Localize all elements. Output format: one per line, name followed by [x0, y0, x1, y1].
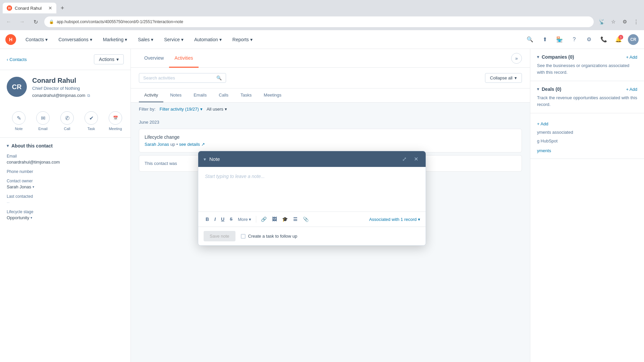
nav-sales[interactable]: Sales ▾ — [134, 34, 157, 45]
payments-add-link[interactable]: + Add — [537, 121, 548, 126]
search-icon-btn[interactable]: 🔍 — [525, 34, 535, 45]
note-modal: ▾ Note ⤢ ✕ B I U S More ▾ 🔗 🖼 🎓 ☰ 📎 Asso… — [198, 151, 426, 246]
tab-notes[interactable]: Notes — [165, 88, 187, 102]
attachment-btn[interactable]: 📎 — [301, 215, 311, 223]
note-icon: ✎ — [12, 111, 25, 125]
nav-automation[interactable]: Automation ▾ — [190, 34, 226, 45]
search-input[interactable] — [143, 75, 214, 80]
toolbar-separator — [256, 216, 256, 223]
hubspot-logo[interactable]: H — [5, 34, 16, 45]
payments-btn[interactable]: yments — [537, 148, 551, 153]
lifecycle-field-row: Lifecycle stage Opportunity ▾ — [7, 209, 124, 220]
phone-icon-btn[interactable]: 📞 — [598, 34, 609, 45]
marketplace-icon-btn[interactable]: 🏪 — [554, 34, 565, 45]
meeting-action[interactable]: 📅 Meeting — [103, 109, 127, 133]
task-action[interactable]: ✔ Task — [79, 109, 103, 133]
table-btn[interactable]: ☰ — [291, 215, 300, 223]
bookmark-icon[interactable]: ☆ — [609, 18, 617, 26]
task-checkbox-input[interactable] — [241, 234, 246, 239]
notifications-icon-btn[interactable]: 🔔 1 — [613, 34, 624, 45]
note-expand-btn[interactable]: ⤢ — [400, 155, 409, 163]
companies-desc: See the businesses or organizations asso… — [537, 62, 637, 75]
add-deal-link[interactable]: + Add — [626, 87, 637, 92]
tab-meetings[interactable]: Meetings — [258, 88, 287, 102]
user-avatar[interactable]: CR — [628, 34, 639, 45]
hubspot-extension-icon[interactable]: ⚙ — [621, 18, 629, 26]
url-bar[interactable]: 🔒 app.hubspot.com/contacts/40055750/reco… — [44, 16, 594, 27]
about-section: ▾ About this contact Email conardrahul@t… — [0, 138, 130, 230]
email-action[interactable]: ✉ Email — [31, 109, 55, 133]
note-close-btn[interactable]: ✕ — [412, 155, 420, 163]
note-action[interactable]: ✎ Note — [7, 109, 31, 133]
browser-tab[interactable]: H Conard Rahul ✕ — [3, 3, 56, 13]
tab-activity[interactable]: Activity — [139, 88, 163, 102]
link-btn[interactable]: 🔗 — [259, 215, 269, 223]
contact-info: CR Conard Rahul Chief Director of Nothin… — [0, 70, 130, 105]
italic-btn[interactable]: I — [212, 215, 218, 223]
activity-filter-btn[interactable]: Filter activity (19/27) ▾ — [160, 107, 203, 112]
tab-overview[interactable]: Overview — [139, 49, 169, 68]
note-toolbar: B I U S More ▾ 🔗 🖼 🎓 ☰ 📎 Associated with… — [198, 212, 426, 227]
upgrade-icon-btn[interactable]: ⬆ — [539, 34, 550, 45]
filter-bar: Filter by: Filter activity (19/27) ▾ All… — [131, 103, 530, 116]
snippet-btn[interactable]: 🎓 — [280, 215, 290, 223]
tab-close-btn[interactable]: ✕ — [48, 5, 52, 11]
more-action[interactable]: ••• More — [127, 109, 131, 133]
expand-panel-btn[interactable]: » — [511, 53, 522, 64]
search-box[interactable]: 🔍 — [139, 73, 226, 83]
strikethrough-btn[interactable]: S — [228, 216, 234, 223]
create-task-checkbox[interactable]: Create a task to follow up — [241, 234, 298, 239]
save-note-btn[interactable]: Save note — [204, 231, 235, 241]
bold-btn[interactable]: B — [204, 215, 211, 223]
activity-tabs: Activity Notes Emails Calls Tasks Meetin… — [131, 88, 530, 103]
lifecycle-label: Lifecycle stage — [7, 209, 124, 214]
forward-btn[interactable]: → — [17, 17, 27, 26]
actions-button[interactable]: Actions ▾ — [94, 54, 124, 64]
settings-nav-icon-btn[interactable]: ⚙ — [584, 34, 594, 45]
activities-controls: 🔍 Collapse all ▾ — [131, 68, 530, 88]
tab-tasks[interactable]: Tasks — [235, 88, 257, 102]
back-btn[interactable]: ← — [4, 17, 13, 26]
call-label: Call — [64, 127, 70, 131]
nav-contacts[interactable]: Contacts ▾ — [21, 34, 52, 45]
help-icon-btn[interactable]: ? — [569, 34, 580, 45]
deals-chevron-icon[interactable]: ▾ — [537, 87, 539, 92]
owner-field-label: Contact owner — [7, 179, 124, 183]
copy-email-icon[interactable]: ⧉ — [87, 93, 90, 98]
lifecycle-dropdown-icon[interactable]: ▾ — [31, 216, 32, 220]
collapse-all-btn[interactable]: Collapse all ▾ — [485, 73, 522, 83]
nav-conversations[interactable]: Conversations ▾ — [54, 34, 96, 45]
settings-icon[interactable]: ⋮ — [632, 18, 640, 26]
task-label: Create a task to follow up — [248, 234, 298, 239]
deals-title: Deals (0) — [542, 86, 561, 92]
note-minimize-icon[interactable]: ▾ — [204, 157, 206, 162]
note-textarea[interactable] — [205, 174, 419, 207]
activity-details-link[interactable]: see details ↗ — [179, 142, 205, 147]
tab-emails[interactable]: Emails — [188, 88, 212, 102]
about-title: About this contact — [11, 143, 53, 148]
associated-record-btn[interactable]: Associated with 1 record ▾ — [369, 217, 420, 222]
new-tab-btn[interactable]: + — [58, 3, 67, 13]
nav-marketing[interactable]: Marketing ▾ — [99, 34, 131, 45]
nav-reports[interactable]: Reports ▾ — [228, 34, 257, 45]
refresh-btn[interactable]: ↻ — [31, 17, 40, 26]
image-btn[interactable]: 🖼 — [270, 215, 279, 223]
companies-chevron-icon[interactable]: ▾ — [537, 55, 539, 59]
call-action[interactable]: ✆ Call — [55, 109, 79, 133]
last-contacted-label: Last contacted — [7, 194, 124, 199]
actions-arrow-icon: ▾ — [116, 57, 119, 62]
call-icon: ✆ — [60, 111, 74, 125]
more-formatting-btn[interactable]: More ▾ — [236, 216, 253, 223]
underline-btn[interactable]: U — [219, 215, 226, 223]
about-chevron-icon: ▾ — [7, 143, 9, 148]
tab-calls[interactable]: Calls — [213, 88, 234, 102]
tab-activities[interactable]: Activities — [169, 49, 198, 68]
activity-author-link[interactable]: Sarah Jonas — [145, 142, 169, 147]
note-body — [198, 167, 426, 212]
user-filter-btn[interactable]: All users ▾ — [207, 107, 227, 112]
owner-dropdown-icon[interactable]: ▾ — [33, 185, 34, 189]
add-company-link[interactable]: + Add — [626, 55, 637, 60]
about-header[interactable]: ▾ About this contact — [7, 143, 124, 148]
nav-service[interactable]: Service ▾ — [160, 34, 187, 45]
breadcrumb[interactable]: ‹ Contacts — [7, 57, 27, 62]
